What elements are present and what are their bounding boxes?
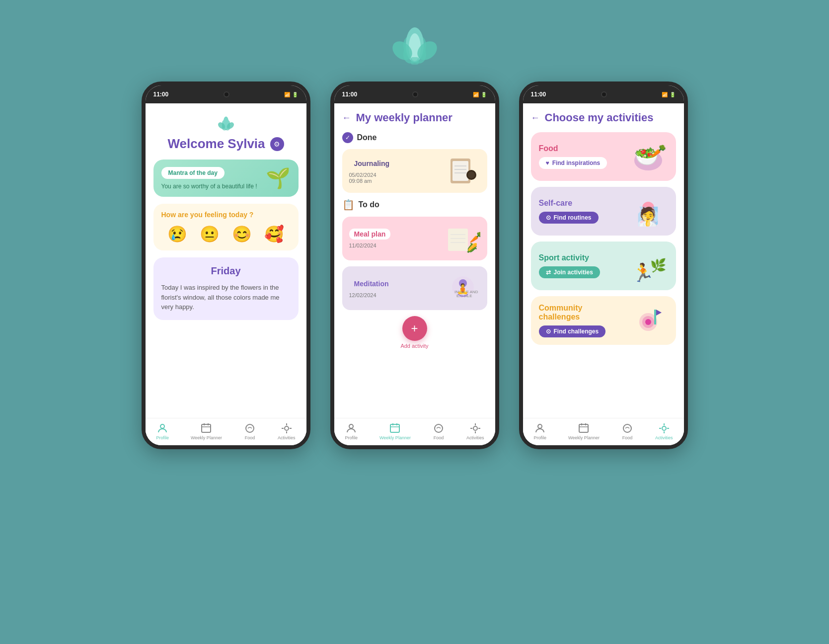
selfcare-img-icon: 🧖 xyxy=(629,195,667,228)
meditation-card[interactable]: Meditation 12/02/2024 INHALE AND EXHALE … xyxy=(342,266,487,310)
food-find-btn[interactable]: ♥ Find inspirations xyxy=(539,157,607,169)
svg-marker-63 xyxy=(656,310,662,316)
emoji-neutral[interactable]: 😐 xyxy=(200,225,220,243)
nav3-planner-label: Weekly Planner xyxy=(568,435,600,440)
phones-container: 11:00 📶 🔋 xyxy=(142,81,688,449)
journaling-info: Journaling 05/02/2024 09:08 am xyxy=(349,158,446,184)
journaling-card[interactable]: Journaling 05/02/2024 09:08 am xyxy=(342,149,487,193)
nav3-planner[interactable]: Weekly Planner xyxy=(568,422,600,440)
selfcare-text: Self-care ⊙ Find routines xyxy=(539,199,628,224)
day-text: Today I was inspired by the flowers in t… xyxy=(161,283,291,312)
phone3-notch: 11:00 📶 🔋 xyxy=(523,85,684,103)
phone3-time: 11:00 xyxy=(531,91,546,98)
app-logo xyxy=(385,15,445,67)
arrows-icon: ⇄ xyxy=(546,269,551,276)
activities-nav-icon-3 xyxy=(658,422,670,434)
profile-nav-icon xyxy=(156,422,168,434)
community-illustration xyxy=(628,303,668,338)
nav2-activities[interactable]: Activities xyxy=(466,422,484,440)
circle-dot-icon: ⊙ xyxy=(546,214,551,221)
emoji-sad[interactable]: 😢 xyxy=(167,225,187,243)
phone1-bottom-nav: Profile Weekly Planner xyxy=(146,418,306,445)
sport-img-icon: 🏃 🌿 xyxy=(629,250,667,282)
sport-join-btn[interactable]: ⇄ Join activities xyxy=(539,266,600,278)
add-activity-label: Add activity xyxy=(342,343,487,349)
selfcare-find-btn[interactable]: ⊙ Find routines xyxy=(539,212,599,224)
community-category-card[interactable]: Communitychallenges ⊙ Find challenges xyxy=(531,296,676,345)
phone3-content: ← Choose my activities Food ♥ Find inspi… xyxy=(523,103,684,418)
svg-text:🌿: 🌿 xyxy=(650,257,667,273)
nav-profile[interactable]: Profile xyxy=(156,422,169,440)
community-text: Communitychallenges ⊙ Find challenges xyxy=(539,304,628,337)
activities-title: Choose my activities xyxy=(545,111,654,124)
svg-text:🥕: 🥕 xyxy=(469,231,480,244)
phone-home: 11:00 📶 🔋 xyxy=(142,81,310,449)
selfcare-category-label: Self-care xyxy=(539,199,628,208)
food-category-card[interactable]: Food ♥ Find inspirations 🥗 🥕 xyxy=(531,132,676,181)
mantra-text-section: Mantra of the day You are so worthy of a… xyxy=(161,167,266,190)
meal-card[interactable]: Meal plan 11/02/2024 🥕 🌽 xyxy=(342,217,487,260)
journal-img-icon xyxy=(446,156,480,186)
food-find-label: Find inspirations xyxy=(552,160,601,166)
phone1-status: 📶 🔋 xyxy=(284,92,298,97)
phone1-time: 11:00 xyxy=(153,91,169,98)
food-nav-icon-3 xyxy=(621,422,633,434)
planner-back-button[interactable]: ← xyxy=(342,113,351,123)
nav3-activities-label: Activities xyxy=(655,435,673,440)
phone1-camera xyxy=(224,91,229,97)
sport-category-card[interactable]: Sport activity ⇄ Join activities 🏃 🌿 xyxy=(531,242,676,290)
nav-food[interactable]: Food xyxy=(244,422,256,440)
nav2-planner[interactable]: Weekly Planner xyxy=(379,422,411,440)
svg-rect-6 xyxy=(411,57,419,65)
todo-icon: 📋 xyxy=(342,199,355,211)
battery-icon-3: 🔋 xyxy=(670,92,676,97)
svg-point-17 xyxy=(246,424,254,432)
home-logo-icon xyxy=(214,111,238,131)
community-category-label: Communitychallenges xyxy=(539,304,628,322)
svg-rect-30 xyxy=(448,229,468,251)
meditation-info: Meditation 12/02/2024 xyxy=(349,278,446,298)
svg-text:🧘: 🧘 xyxy=(456,283,469,295)
phone2-time: 11:00 xyxy=(342,91,358,98)
meditation-illustration: INHALE AND EXHALE 🧘 xyxy=(446,273,480,303)
svg-rect-13 xyxy=(202,424,211,432)
wifi-icon-3: 📶 xyxy=(662,92,668,97)
nav2-food[interactable]: Food xyxy=(433,422,445,440)
phone2-bottom-nav: Profile Weekly Planner xyxy=(334,418,495,445)
community-find-btn[interactable]: ⊙ Find challenges xyxy=(539,325,606,337)
meal-name: Meal plan xyxy=(349,229,391,240)
svg-text:🧖: 🧖 xyxy=(637,206,659,227)
nav-planner[interactable]: Weekly Planner xyxy=(191,422,222,440)
svg-point-70 xyxy=(662,426,666,430)
activities-nav-icon xyxy=(281,422,293,434)
food-nav-icon xyxy=(244,422,256,434)
nav2-profile[interactable]: Profile xyxy=(345,422,358,440)
settings-button[interactable]: ⚙ xyxy=(270,137,284,151)
planner-header: ← My weekly planner xyxy=(342,111,487,124)
food-illustration: 🥗 🥕 xyxy=(628,139,668,174)
svg-rect-62 xyxy=(654,310,656,324)
nav-activities-label: Activities xyxy=(278,435,296,440)
selfcare-category-card[interactable]: Self-care ⊙ Find routines 🧖 xyxy=(531,187,676,236)
planner-title: My weekly planner xyxy=(356,111,452,124)
nav3-food[interactable]: Food xyxy=(621,422,633,440)
nav3-profile[interactable]: Profile xyxy=(534,422,547,440)
nav-planner-label: Weekly Planner xyxy=(191,435,222,440)
phone2-notch: 11:00 📶 🔋 xyxy=(334,85,495,103)
nav3-profile-label: Profile xyxy=(534,435,547,440)
phone3-status: 📶 🔋 xyxy=(662,92,676,97)
meditation-name: Meditation xyxy=(349,278,394,289)
emoji-row: 😢 😐 😊 🥰 xyxy=(161,225,291,243)
nav-profile-label: Profile xyxy=(156,435,169,440)
svg-rect-24 xyxy=(452,161,468,181)
activities-back-button[interactable]: ← xyxy=(531,113,540,123)
emoji-love[interactable]: 🥰 xyxy=(264,225,284,243)
nav3-food-label: Food xyxy=(622,435,633,440)
nav-activities[interactable]: Activities xyxy=(278,422,296,440)
svg-point-41 xyxy=(349,424,353,428)
mantra-quote: You are so worthy of a beautiful life ! xyxy=(161,183,266,190)
emoji-happy[interactable]: 😊 xyxy=(232,225,252,243)
feeling-card: How are you feeling today ? 😢 😐 😊 🥰 xyxy=(153,204,299,250)
add-activity-button[interactable]: + xyxy=(402,316,427,341)
nav3-activities[interactable]: Activities xyxy=(655,422,673,440)
